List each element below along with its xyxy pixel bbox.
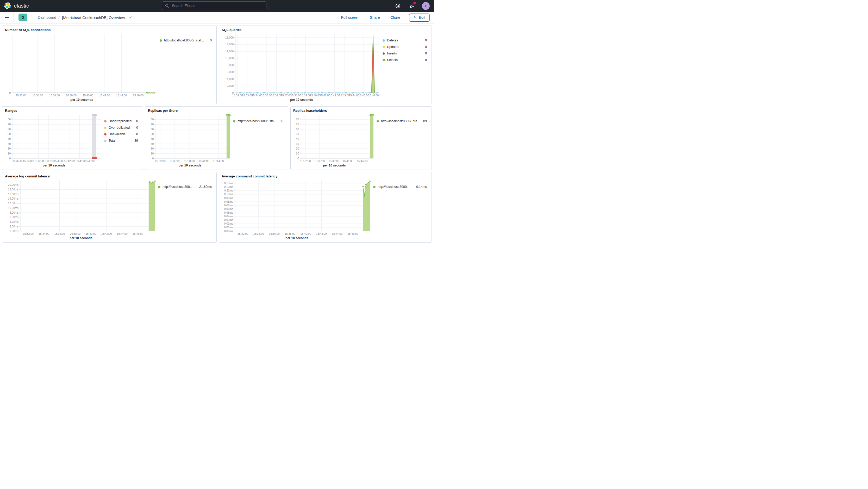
svg-text:15:38:00: 15:38:00: [66, 94, 76, 97]
legend-label: Total: [108, 139, 132, 143]
svg-text:15:44:00: 15:44:00: [116, 94, 127, 97]
svg-text:15:36:00: 15:36:00: [33, 159, 44, 162]
avg-log-commit-latency-chart[interactable]: 15:32:0015:34:0015:36:0015:38:0015:40:00…: [5, 179, 157, 236]
chart-legend: http://localhost:808...21.60ms: [157, 179, 214, 241]
full-screen-button[interactable]: Full screen: [339, 15, 361, 20]
svg-text:60: 60: [151, 128, 154, 131]
sql-connections-chart[interactable]: 15:32:0015:34:0015:36:0015:38:0015:40:00…: [5, 32, 159, 98]
menu-button[interactable]: [0, 12, 14, 23]
panel-title: SQL queries: [222, 28, 429, 32]
panel-title: Replica leaseholders: [293, 109, 429, 113]
panel-ranges: Ranges 15:32:0015:34:0015:36:0015:38:001…: [2, 106, 143, 170]
edit-button[interactable]: ✎ Edit: [409, 13, 430, 22]
svg-text:60: 60: [7, 128, 11, 131]
panel-replicas-per-store: Replicas per Store 15:32:0015:35:0015:38…: [145, 106, 288, 170]
svg-text:15:36:00: 15:36:00: [49, 94, 60, 97]
svg-text:15:34:00: 15:34:00: [38, 232, 49, 235]
svg-text:15:44:00: 15:44:00: [332, 232, 342, 235]
svg-text:0: 0: [232, 91, 234, 94]
svg-text:15:41:00: 15:41:00: [198, 159, 209, 162]
svg-text:15:42:00: 15:42:00: [316, 232, 327, 235]
svg-text:15:36:00: 15:36:00: [54, 232, 65, 235]
clone-button[interactable]: Clone: [389, 15, 402, 20]
menu-icon: [5, 16, 9, 17]
panel-title: Ranges: [5, 109, 140, 113]
svg-text:0: 0: [9, 157, 11, 160]
life-ring-icon: [395, 3, 401, 9]
sql-queries-chart[interactable]: 15:32:0015:33:0015:34:0015:35:0015:36:00…: [222, 32, 381, 98]
legend-item[interactable]: Inserts0: [382, 52, 427, 55]
legend-item[interactable]: Total89: [104, 139, 138, 143]
title-check-icon[interactable]: ✓: [129, 15, 132, 20]
legend-item[interactable]: http://localhost:8080/_sta...89: [377, 119, 427, 123]
replica-leaseholders-chart[interactable]: 15:32:0015:35:0015:38:0015:41:0015:44:00…: [293, 113, 375, 163]
svg-text:50: 50: [151, 132, 154, 135]
svg-text:10: 10: [296, 152, 299, 155]
legend-dot-icon: [104, 140, 106, 142]
legend-item[interactable]: Deletes0: [382, 38, 427, 42]
svg-text:15:40:00: 15:40:00: [83, 94, 93, 97]
legend-label: Updates: [387, 45, 423, 49]
avg-command-commit-latency-chart[interactable]: 15:32:0015:34:0015:36:0015:38:0015:40:00…: [222, 179, 372, 236]
panel-sql-queries: SQL queries 15:32:0015:33:0015:34:0015:3…: [219, 26, 432, 104]
svg-text:15:38:00: 15:38:00: [43, 159, 54, 162]
legend-item[interactable]: Overreplicated0: [104, 126, 138, 129]
svg-text:14.00ms: 14.00ms: [8, 197, 19, 200]
svg-text:2,000: 2,000: [227, 84, 234, 87]
x-axis-caption: per 10 seconds: [222, 98, 381, 102]
svg-text:30: 30: [7, 142, 11, 145]
toolbar-actions: Full screen Share Clone ✎ Edit: [339, 13, 434, 22]
legend-item[interactable]: http://localhost:808...21.60ms: [158, 185, 212, 189]
svg-text:0: 0: [152, 157, 154, 160]
legend-value: 89: [280, 119, 283, 123]
x-axis-caption: per 10 seconds: [5, 98, 159, 102]
svg-text:15:46:00: 15:46:00: [368, 94, 379, 97]
ranges-chart[interactable]: 15:32:0015:34:0015:36:0015:38:0015:40:00…: [5, 113, 103, 163]
svg-text:80: 80: [296, 118, 299, 121]
legend-value: 0: [425, 38, 427, 42]
user-avatar[interactable]: r: [422, 2, 430, 10]
legend-item[interactable]: http://localhost:8080...0.14ms: [373, 185, 427, 189]
legend-item[interactable]: Updates0: [382, 45, 427, 49]
svg-text:15:40:00: 15:40:00: [54, 159, 64, 162]
legend-label: http://localhost:8080/_sta...: [238, 119, 278, 123]
legend-dot-icon: [233, 120, 236, 122]
legend-dot-icon: [377, 120, 379, 122]
legend-value: 21.60ms: [199, 185, 212, 189]
svg-text:15:35:00: 15:35:00: [261, 94, 272, 97]
svg-text:0.07ms: 0.07ms: [224, 204, 233, 207]
legend-value: 0: [425, 52, 427, 55]
global-search[interactable]: [162, 1, 267, 10]
svg-text:14,000: 14,000: [225, 43, 234, 46]
elastic-logo[interactable]: elastic: [4, 2, 29, 9]
legend-dot-icon: [104, 133, 106, 135]
app-badge-wrap: D: [14, 12, 32, 23]
breadcrumb-dashboard-link[interactable]: Dashboard: [38, 16, 56, 20]
legend-value: 0.14ms: [416, 185, 427, 189]
svg-text:8,000: 8,000: [227, 64, 234, 67]
dashboard-app-badge[interactable]: D: [19, 13, 27, 21]
help-button[interactable]: [394, 2, 402, 10]
svg-text:15:38:00: 15:38:00: [184, 159, 194, 162]
svg-text:15:42:00: 15:42:00: [101, 232, 112, 235]
svg-text:30: 30: [296, 142, 299, 145]
svg-text:10: 10: [7, 152, 11, 155]
share-button[interactable]: Share: [368, 15, 381, 20]
newsfeed-button[interactable]: [408, 2, 416, 10]
svg-text:0.03ms: 0.03ms: [224, 218, 233, 221]
replicas-per-store-chart[interactable]: 15:32:0015:35:0015:38:0015:41:0015:44:00…: [148, 113, 232, 163]
search-input[interactable]: [172, 3, 263, 8]
legend-item[interactable]: http://localhost:8080/_sta...89: [233, 119, 283, 123]
legend-label: Underreplicated: [108, 119, 134, 123]
svg-text:15:44:00: 15:44:00: [349, 94, 360, 97]
legend-item[interactable]: Underreplicated0: [104, 119, 138, 123]
svg-text:50: 50: [296, 132, 299, 135]
svg-text:0.00ms: 0.00ms: [224, 230, 233, 233]
svg-text:15:42:00: 15:42:00: [99, 94, 110, 97]
panel-title: Replicas per Store: [148, 109, 285, 113]
svg-text:0.11ms: 0.11ms: [224, 189, 233, 192]
svg-text:0.02ms: 0.02ms: [224, 222, 233, 225]
legend-item[interactable]: Unavailable0: [104, 132, 138, 136]
legend-item[interactable]: Selects0: [382, 58, 427, 62]
legend-item[interactable]: http://localhost:8080/_stat...0: [160, 38, 212, 42]
